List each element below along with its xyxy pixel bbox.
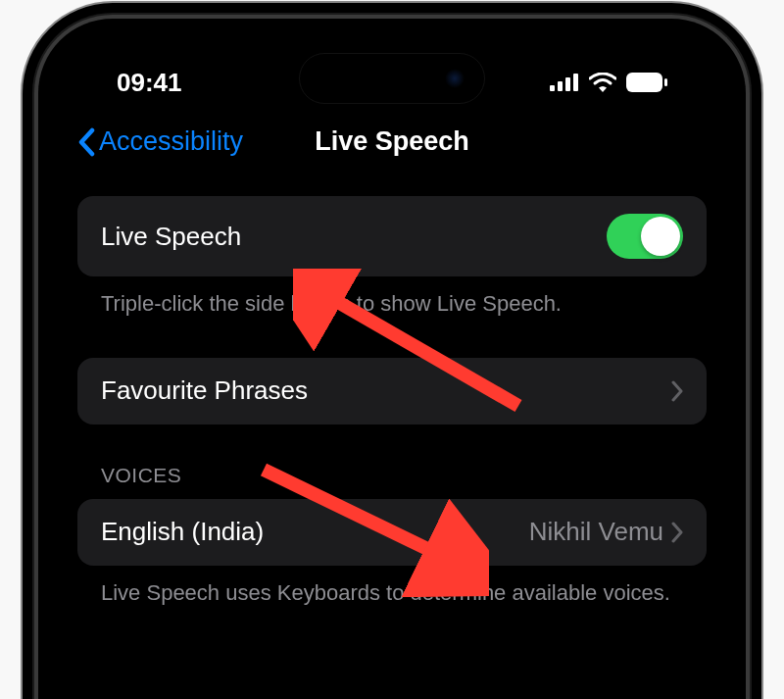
status-icons <box>550 73 667 92</box>
nav-header: Accessibility Live Speech <box>70 107 714 175</box>
favourite-phrases-row[interactable]: Favourite Phrases <box>77 358 707 424</box>
row-accessory: Nikhil Vemu <box>529 517 683 547</box>
live-speech-label: Live Speech <box>101 222 241 252</box>
svg-rect-3 <box>573 74 578 91</box>
svg-rect-1 <box>558 81 563 91</box>
voices-group: English (India) Nikhil Vemu <box>77 499 707 566</box>
wifi-icon <box>589 73 616 92</box>
svg-rect-5 <box>664 78 667 86</box>
live-speech-group: Live Speech <box>77 196 707 276</box>
battery-icon <box>626 73 667 92</box>
favourite-phrases-label: Favourite Phrases <box>101 375 308 406</box>
content-area: Live Speech Triple-click the side button… <box>70 175 714 607</box>
row-accessory <box>671 380 683 402</box>
chevron-right-icon <box>671 522 683 543</box>
svg-rect-0 <box>550 85 555 91</box>
voices-footer: Live Speech uses Keyboards to determine … <box>77 566 707 608</box>
back-button[interactable]: Accessibility <box>77 126 243 157</box>
nav-title: Live Speech <box>315 126 469 157</box>
toggle-knob <box>641 217 680 256</box>
status-time: 09:41 <box>117 68 182 98</box>
chevron-right-icon <box>671 380 683 402</box>
cellular-signal-icon <box>550 74 579 91</box>
camera-dot <box>445 69 465 88</box>
live-speech-toggle-row[interactable]: Live Speech <box>77 196 707 276</box>
voice-selected-value: Nikhil Vemu <box>529 517 663 547</box>
live-speech-footer: Triple-click the side button to show Liv… <box>77 276 707 319</box>
back-label: Accessibility <box>99 126 243 157</box>
live-speech-toggle[interactable] <box>607 214 683 259</box>
svg-rect-4 <box>626 73 662 92</box>
voices-header: VOICES <box>77 424 707 499</box>
voice-language-label: English (India) <box>101 517 264 547</box>
voice-language-row[interactable]: English (India) Nikhil Vemu <box>77 499 707 566</box>
phone-frame: 09:41 Accessibility <box>34 15 750 699</box>
phrases-group: Favourite Phrases <box>77 358 707 424</box>
chevron-left-icon <box>77 127 95 157</box>
dynamic-island <box>299 53 485 104</box>
svg-rect-2 <box>565 77 570 91</box>
